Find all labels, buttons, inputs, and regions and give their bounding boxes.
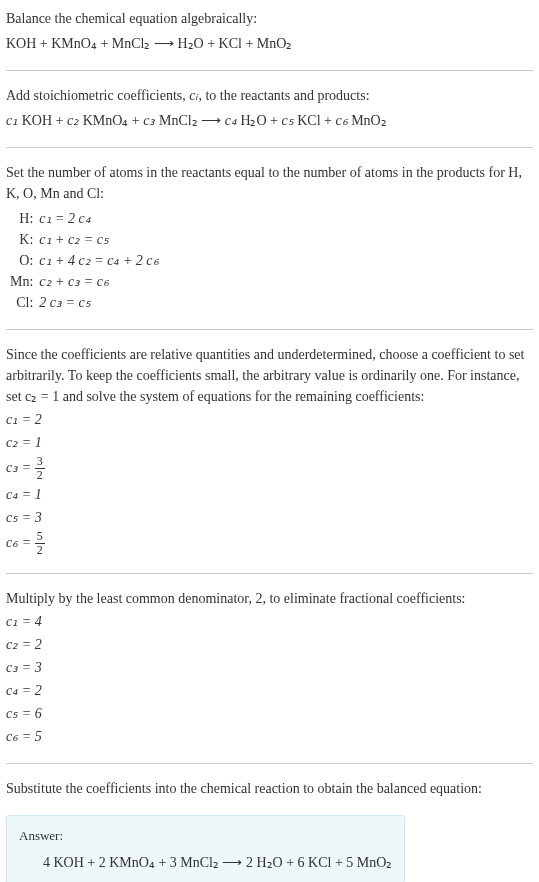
eq-part: MnO₂ xyxy=(348,113,387,128)
eq-part: KMnO₄ + xyxy=(79,113,143,128)
solve1-section: Since the coefficients are relative quan… xyxy=(6,344,533,557)
coef-c3: c₃ = 32 xyxy=(6,455,533,482)
atom-label-h: H: xyxy=(10,208,39,229)
intro-text: Balance the chemical equation algebraica… xyxy=(6,8,533,29)
coef2-c2: c₂ = 2 xyxy=(6,634,533,655)
answer-equation: 4 KOH + 2 KMnO₄ + 3 MnCl₂ ⟶ 2 H₂O + 6 KC… xyxy=(19,852,392,873)
coef2-c6: c₆ = 5 xyxy=(6,726,533,747)
solve2-section: Multiply by the least common denominator… xyxy=(6,588,533,747)
c1-var: c₁ xyxy=(6,113,18,128)
answer-box: Answer: 4 KOH + 2 KMnO₄ + 3 MnCl₂ ⟶ 2 H₂… xyxy=(6,815,405,882)
coef-c1: c₁ = 2 xyxy=(6,409,533,430)
atom-eq-h: c₁ = 2 c₄ xyxy=(39,208,158,229)
coef2-c1: c₁ = 4 xyxy=(6,611,533,632)
c4-var: c₄ xyxy=(225,113,237,128)
table-row: O: c₁ + 4 c₂ = c₄ + 2 c₆ xyxy=(10,250,159,271)
divider xyxy=(6,329,533,330)
atom-eq-k: c₁ + c₂ = c₅ xyxy=(39,229,158,250)
table-row: Cl: 2 c₃ = c₅ xyxy=(10,292,159,313)
atom-eq-mn: c₂ + c₃ = c₆ xyxy=(39,271,158,292)
frac-den: 2 xyxy=(35,469,45,482)
stoich-text-b: , to the reactants and products: xyxy=(198,88,369,103)
atom-eq-cl: 2 c₃ = c₅ xyxy=(39,292,158,313)
stoich-text-a: Add stoichiometric coefficients, xyxy=(6,88,189,103)
coef-c4: c₄ = 1 xyxy=(6,484,533,505)
frac-den: 2 xyxy=(35,544,45,557)
atom-label-cl: Cl: xyxy=(10,292,39,313)
atom-label-o: O: xyxy=(10,250,39,271)
divider xyxy=(6,70,533,71)
eq-part: KCl + xyxy=(294,113,336,128)
answer-label: Answer: xyxy=(19,826,392,846)
stoich-section: Add stoichiometric coefficients, cᵢ, to … xyxy=(6,85,533,131)
stoich-equation: c₁ KOH + c₂ KMnO₄ + c₃ MnCl₂ ⟶ c₄ H₂O + … xyxy=(6,110,533,131)
atom-label-k: K: xyxy=(10,229,39,250)
atom-eq-o: c₁ + 4 c₂ = c₄ + 2 c₆ xyxy=(39,250,158,271)
coef-c5: c₅ = 3 xyxy=(6,507,533,528)
table-row: Mn: c₂ + c₃ = c₆ xyxy=(10,271,159,292)
atoms-text: Set the number of atoms in the reactants… xyxy=(6,162,533,204)
table-row: H: c₁ = 2 c₄ xyxy=(10,208,159,229)
divider xyxy=(6,147,533,148)
eq-part: MnCl₂ ⟶ xyxy=(155,113,224,128)
fraction: 52 xyxy=(35,530,45,557)
coef-c2: c₂ = 1 xyxy=(6,432,533,453)
table-row: K: c₁ + c₂ = c₅ xyxy=(10,229,159,250)
coef2-c4: c₄ = 2 xyxy=(6,680,533,701)
final-section: Substitute the coefficients into the che… xyxy=(6,778,533,799)
stoich-text: Add stoichiometric coefficients, cᵢ, to … xyxy=(6,85,533,106)
atoms-table: H: c₁ = 2 c₄ K: c₁ + c₂ = c₅ O: c₁ + 4 c… xyxy=(10,208,159,313)
c3-var: c₃ xyxy=(143,113,155,128)
final-text: Substitute the coefficients into the che… xyxy=(6,778,533,799)
solve2-text: Multiply by the least common denominator… xyxy=(6,588,533,609)
atom-label-mn: Mn: xyxy=(10,271,39,292)
coef2-c5: c₅ = 6 xyxy=(6,703,533,724)
c5-var: c₅ xyxy=(282,113,294,128)
intro-equation: KOH + KMnO₄ + MnCl₂ ⟶ H₂O + KCl + MnO₂ xyxy=(6,33,533,54)
intro-section: Balance the chemical equation algebraica… xyxy=(6,8,533,54)
c6-var: c₆ xyxy=(335,113,347,128)
coef-c6: c₆ = 52 xyxy=(6,530,533,557)
eq-part: H₂O + xyxy=(237,113,282,128)
frac-num: 3 xyxy=(35,455,45,469)
frac-num: 5 xyxy=(35,530,45,544)
atoms-section: Set the number of atoms in the reactants… xyxy=(6,162,533,313)
divider xyxy=(6,573,533,574)
solve1-text: Since the coefficients are relative quan… xyxy=(6,344,533,407)
c2-var: c₂ xyxy=(67,113,79,128)
coef2-c3: c₃ = 3 xyxy=(6,657,533,678)
coef-c6-pre: c₆ = xyxy=(6,535,35,550)
eq-part: KOH + xyxy=(18,113,67,128)
divider xyxy=(6,763,533,764)
coef-c3-pre: c₃ = xyxy=(6,460,35,475)
fraction: 32 xyxy=(35,455,45,482)
